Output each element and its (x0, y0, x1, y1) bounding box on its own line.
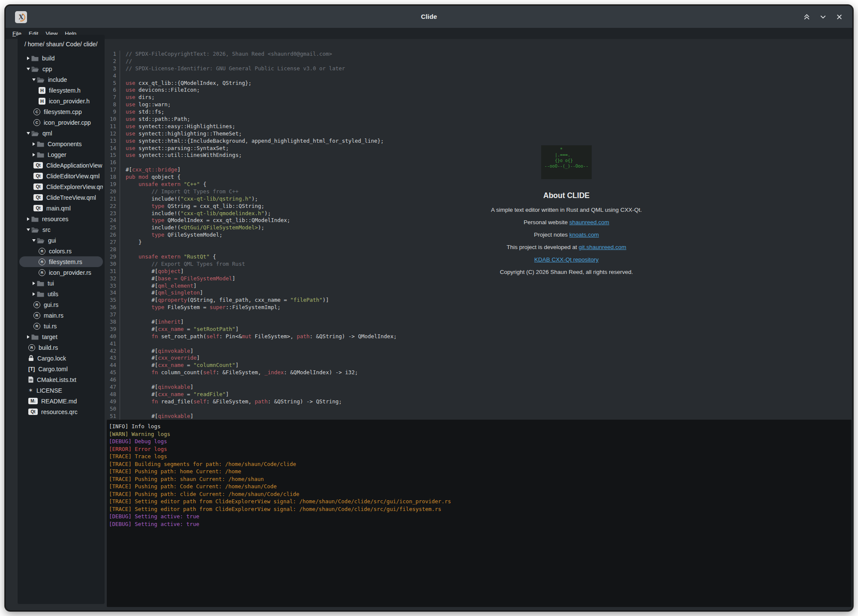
tree-item-main-qml[interactable]: Qtmain.qml (19, 203, 103, 213)
folder-icon (37, 152, 44, 158)
log-line-trace: [TRACE] Setting editor path from ClideEx… (109, 505, 852, 513)
chevron-down-icon[interactable] (25, 132, 31, 135)
code-line-46: 46 (106, 376, 851, 384)
tree-item-tui-rs[interactable]: Rtui.rs (19, 321, 103, 331)
tree-item-clideexplorerview-qml[interactable]: QtClideExplorerView.qml (19, 181, 103, 192)
tree-item-build-rs[interactable]: Rbuild.rs (19, 342, 103, 353)
tree-item-cargo-toml[interactable]: [T]Cargo.toml (19, 364, 103, 374)
tree-item-gui[interactable]: gui (19, 235, 103, 246)
tree-item-clideapplicationview-qml[interactable]: QtClideApplicationView.qml (19, 160, 103, 171)
lock-icon (28, 355, 34, 361)
chevron-down-icon (819, 13, 827, 21)
line-number: 44 (106, 362, 120, 369)
tree-item-label: main.qml (46, 205, 71, 212)
tree-item-label: ClideExplorerView.qml (46, 183, 103, 190)
tree-item-qml[interactable]: qml (19, 128, 103, 138)
chevron-down-icon[interactable] (30, 239, 37, 242)
chevron-right-icon[interactable] (30, 292, 37, 296)
c-header-file-icon: H (39, 87, 45, 94)
tree-item-label: filesystem.cpp (44, 108, 82, 115)
tree-item-filesystem-h[interactable]: Hfilesystem.h (19, 85, 103, 96)
about-link-shaunreed-com[interactable]: shaunreed.com (569, 219, 609, 225)
log-line-trace: [TRACE] Pushing path: clide Current: /ho… (109, 490, 852, 498)
tree-item-resources[interactable]: resources (19, 213, 103, 224)
tree-item-label: Logger (48, 151, 66, 158)
tree-item-logger[interactable]: Logger (19, 149, 103, 160)
code-line-1: 1// SPDX-FileCopyrightText: 2026, Shaun … (106, 51, 851, 58)
code-line-37: 37 (106, 311, 851, 319)
tree-item-cargo-lock[interactable]: Cargo.lock (19, 353, 103, 364)
line-number: 20 (106, 188, 120, 195)
line-number: 1 (106, 51, 120, 58)
rust-file-icon: R (39, 248, 45, 255)
tree-item-main-rs[interactable]: Rmain.rs (19, 310, 103, 321)
tree-item-filesystem-rs[interactable]: Rfilesystem.rs (19, 256, 103, 267)
line-number: 21 (106, 195, 120, 203)
tree-item-label: icon_provider.cpp (44, 119, 91, 126)
tree-item-include[interactable]: include (19, 74, 103, 85)
window-controls (801, 11, 845, 22)
tree-item-license[interactable]: ✶LICENSE (19, 385, 103, 396)
tree-item-cpp[interactable]: cpp (19, 63, 103, 74)
tree-item-src[interactable]: src (19, 224, 103, 235)
tree-item-label: tui.rs (44, 323, 57, 330)
line-number: 25 (106, 224, 120, 231)
tree-item-label: main.rs (44, 312, 63, 319)
tree-item-tui[interactable]: tui (19, 278, 103, 288)
tree-item-readme-md[interactable]: M↓README.md (19, 396, 103, 406)
log-console[interactable]: [INFO] Info logs[WARN] Warning logs[DEBU… (107, 420, 852, 607)
line-number: 13 (106, 138, 120, 145)
about-link-kdab-cxx-qt-repository[interactable]: KDAB CXX-Qt repository (534, 256, 599, 263)
code-line-2: 2// (106, 58, 851, 65)
chevron-right-icon[interactable] (25, 57, 31, 60)
chevron-down-icon[interactable] (25, 68, 31, 70)
about-link-git-shaunreed-com[interactable]: git.shaunreed.com (579, 244, 626, 250)
tree-item-label: gui.rs (44, 301, 58, 308)
line-number: 50 (106, 406, 120, 413)
tree-item-filesystem-cpp[interactable]: Cfilesystem.cpp (19, 106, 103, 117)
log-line-trace: [TRACE] Setting editor path from ClideEx… (109, 498, 852, 505)
line-number: 38 (106, 319, 120, 326)
tree-item-build[interactable]: build (19, 53, 103, 63)
code-line-50: 50 (106, 406, 851, 413)
app-icon-x-glyph: X (18, 13, 24, 21)
close-button[interactable] (834, 11, 845, 22)
code-line-45: 45 fn column_count(self: &FileSystem, _i… (106, 369, 851, 376)
text-file-icon (28, 376, 33, 383)
line-number: 18 (106, 174, 120, 181)
about-paragraph: A simple text editor written in Rust and… (455, 206, 678, 213)
tree-item-colors-rs[interactable]: Rcolors.rs (19, 246, 103, 256)
chevron-right-icon[interactable] (30, 142, 37, 146)
tree-item-icon-provider-cpp[interactable]: Cicon_provider.cpp (19, 117, 103, 128)
tree-item-label: filesystem.rs (49, 258, 82, 265)
tree-item-target[interactable]: target (19, 331, 103, 342)
tree-item-gui-rs[interactable]: Rgui.rs (19, 299, 103, 310)
shade-button[interactable] (801, 11, 812, 22)
file-explorer-panel[interactable]: / home/ shaun/ Code/ clide/ buildcppincl… (18, 35, 105, 604)
c-header-file-icon: H (39, 98, 45, 105)
chevron-right-icon[interactable] (25, 217, 31, 221)
tree-item-resources-qrc[interactable]: Qtresources.qrc (19, 406, 103, 417)
about-link-knoats-com[interactable]: knoats.com (569, 231, 599, 238)
tree-item-clideeditorview-qml[interactable]: QtClideEditorView.qml (19, 171, 103, 181)
line-number: 16 (106, 159, 120, 166)
line-number: 28 (106, 246, 120, 253)
chevron-down-icon[interactable] (25, 228, 31, 231)
code-line-5: 5use cxx_qt_lib::{QModelIndex, QString}; (106, 80, 851, 87)
tree-item-icon-provider-rs[interactable]: Ricon_provider.rs (19, 267, 103, 278)
chevron-right-icon[interactable] (25, 335, 31, 339)
minimize-button[interactable] (817, 11, 828, 22)
tree-item-icon-provider-h[interactable]: Hicon_provider.h (19, 96, 103, 106)
chevron-right-icon[interactable] (30, 282, 37, 285)
chevron-right-icon[interactable] (30, 153, 37, 156)
tree-item-utils[interactable]: utils (19, 288, 103, 299)
code-line-33: 33 #[qml_element] (106, 282, 851, 290)
tree-item-label: resources (42, 216, 68, 222)
tree-item-clidetreeview-qml[interactable]: QtClideTreeView.qml (19, 192, 103, 203)
chevron-down-icon[interactable] (30, 78, 37, 81)
tree-item-cmakelists-txt[interactable]: CMakeLists.txt (19, 374, 103, 385)
line-number: 41 (106, 340, 120, 348)
folder-open-icon (31, 130, 39, 136)
toml-file-icon: [T] (28, 366, 35, 372)
tree-item-components[interactable]: Components (19, 138, 103, 149)
